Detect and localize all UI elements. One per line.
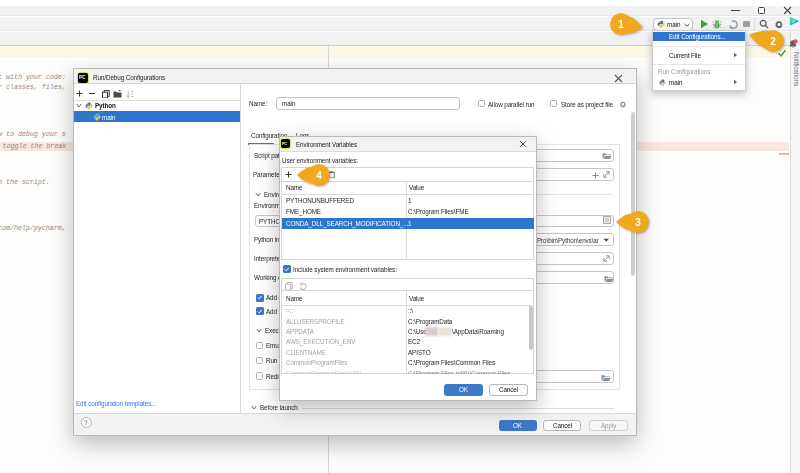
svg-text:3: 3 (635, 217, 641, 228)
svg-text:2: 2 (770, 35, 776, 46)
svg-text:1: 1 (619, 19, 625, 30)
svg-text:4: 4 (316, 170, 322, 181)
